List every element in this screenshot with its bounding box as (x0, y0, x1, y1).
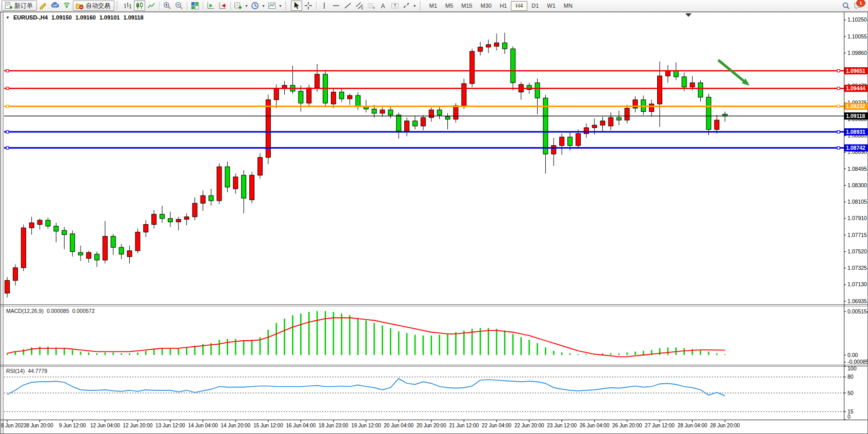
tab-timeframe-H4[interactable]: H4 (511, 1, 527, 11)
time-tick-label: 16 Jun 04:00 (286, 423, 315, 428)
indicators-button[interactable]: ▼ (233, 1, 249, 11)
channel-button[interactable]: E (354, 1, 365, 11)
svg-text:E: E (361, 6, 364, 10)
toolbar-separator (316, 2, 317, 10)
price-badge-label: 1.09444 (846, 85, 865, 91)
vertical-line-button[interactable] (319, 1, 330, 11)
line-anchor-handle[interactable] (6, 87, 9, 90)
price-badge-label: 1.09232 (846, 103, 865, 109)
price-tick-label: 1.06935 (847, 298, 867, 304)
signals-button[interactable] (61, 1, 72, 11)
market-button[interactable] (49, 1, 61, 11)
line-anchor-handle[interactable] (837, 147, 840, 149)
chevron-down-icon: ▼ (279, 4, 282, 8)
toolbar-grip (116, 2, 120, 10)
auto-scroll-button[interactable] (205, 1, 216, 11)
time-tick-label: 26 Jun 20:00 (612, 423, 642, 428)
candlestick-button[interactable] (134, 1, 145, 11)
metaeditor-button[interactable] (37, 1, 49, 11)
chat-button[interactable]: 1 (852, 1, 863, 11)
toolbar-grip (420, 2, 423, 10)
tile-windows-button[interactable] (189, 1, 201, 11)
macd-tick-label: -0.00085 (847, 359, 868, 365)
trendline-button[interactable] (342, 1, 353, 11)
price-badge-label: 1.08931 (846, 129, 865, 135)
chart-title: ▼ EURUSD-,H4 1.09150 1.09160 1.09101 1.0… (6, 14, 144, 21)
tab-timeframe-M30[interactable]: M30 (477, 1, 496, 11)
cursor-button[interactable] (291, 1, 302, 11)
quote-low: 1.09101 (100, 14, 120, 21)
autotrading-button[interactable]: 自动交易 (73, 1, 114, 11)
line-chart-button[interactable] (146, 1, 157, 11)
collapse-icon[interactable]: ▼ (6, 15, 10, 20)
templates-button[interactable]: ▼ (267, 1, 283, 11)
horizontal-line-icon (332, 2, 340, 10)
chat-unread-badge: 1 (856, 0, 865, 7)
templates-icon (268, 2, 276, 10)
price-tick-label: 1.07520 (847, 248, 867, 254)
line-anchor-handle[interactable] (6, 105, 9, 108)
autotrading-label: 自动交易 (86, 2, 110, 10)
periods-button[interactable]: ▼ (250, 1, 266, 11)
price-tick-label: 1.09860 (847, 50, 867, 56)
line-anchor-handle[interactable] (837, 131, 840, 133)
tab-timeframe-M5[interactable]: M5 (441, 1, 457, 11)
chart-canvas[interactable]: 1.102501.100551.098601.096651.094701.092… (0, 0, 868, 434)
toolbar-separator (159, 2, 160, 10)
price-tick-label: 1.07715 (847, 232, 867, 238)
time-tick-label: 27 Jun 12:00 (645, 423, 675, 428)
horizontal-line-button[interactable] (330, 1, 342, 11)
text-label-button[interactable]: T (389, 1, 401, 11)
tab-timeframe-M15[interactable]: M15 (457, 1, 476, 11)
price-tick-label: 1.07130 (847, 281, 867, 287)
tab-timeframe-D1[interactable]: D1 (527, 1, 543, 11)
chevron-down-icon: ▼ (262, 4, 265, 8)
tab-timeframe-MN[interactable]: MN (560, 1, 577, 11)
bar-chart-icon (124, 2, 132, 10)
tab-timeframe-H1[interactable]: H1 (496, 1, 511, 11)
arrows-icon (402, 2, 410, 10)
indicators-icon (234, 2, 242, 10)
fibonacci-button[interactable]: F (366, 1, 377, 11)
time-tick-label: 8 Jun 2023 (1, 423, 27, 428)
line-anchor-handle[interactable] (837, 87, 840, 90)
price-tick-label: 1.08300 (847, 182, 867, 188)
time-tick-label: 14 Jun 20:00 (221, 423, 250, 428)
price-badge-label: 1.08742 (846, 145, 865, 151)
svg-text:F: F (373, 6, 375, 10)
bar-chart-button[interactable] (122, 1, 133, 11)
time-tick-label: 14 Jun 04:00 (188, 423, 218, 428)
price-tick-label: 1.10055 (847, 33, 867, 40)
main-toolbar: 新订单 自动交易 (0, 0, 868, 12)
rsi-tick-label: 0 (847, 413, 851, 420)
arrows-button[interactable]: ▼ (401, 1, 418, 11)
chevron-down-icon: ▼ (413, 4, 417, 8)
search-button[interactable] (840, 1, 852, 11)
line-anchor-handle[interactable] (837, 69, 840, 72)
new-order-button[interactable]: 新订单 (2, 1, 37, 11)
candlestick-icon (135, 2, 144, 10)
autotrading-icon (75, 2, 84, 10)
price-tick-label: 1.07325 (847, 265, 867, 271)
line-anchor-handle[interactable] (6, 131, 9, 133)
tab-timeframe-W1[interactable]: W1 (543, 1, 560, 11)
toolbar-separator (230, 2, 231, 10)
text-button[interactable]: A (378, 1, 389, 11)
macd-tick-label: 0.005154 (847, 308, 868, 314)
time-tick-label: 20 Jun 20:00 (417, 423, 446, 428)
time-tick-label: 19 Jun 12:00 (351, 423, 381, 428)
tab-timeframe-M1[interactable]: M1 (425, 1, 441, 11)
price-badge-label: 1.09651 (846, 68, 865, 74)
line-anchor-handle[interactable] (6, 147, 9, 149)
crosshair-button[interactable] (303, 1, 314, 11)
line-anchor-handle[interactable] (837, 105, 840, 108)
quote-close: 1.09118 (123, 14, 143, 21)
line-anchor-handle[interactable] (6, 69, 9, 72)
periods-icon (251, 2, 259, 10)
zoom-in-button[interactable] (162, 1, 173, 11)
time-tick-label: 9 Jun 12:00 (59, 423, 86, 428)
svg-text:T: T (393, 3, 396, 8)
chart-shift-button[interactable] (217, 1, 228, 11)
crosshair-icon (304, 2, 312, 10)
zoom-out-button[interactable] (173, 1, 185, 11)
